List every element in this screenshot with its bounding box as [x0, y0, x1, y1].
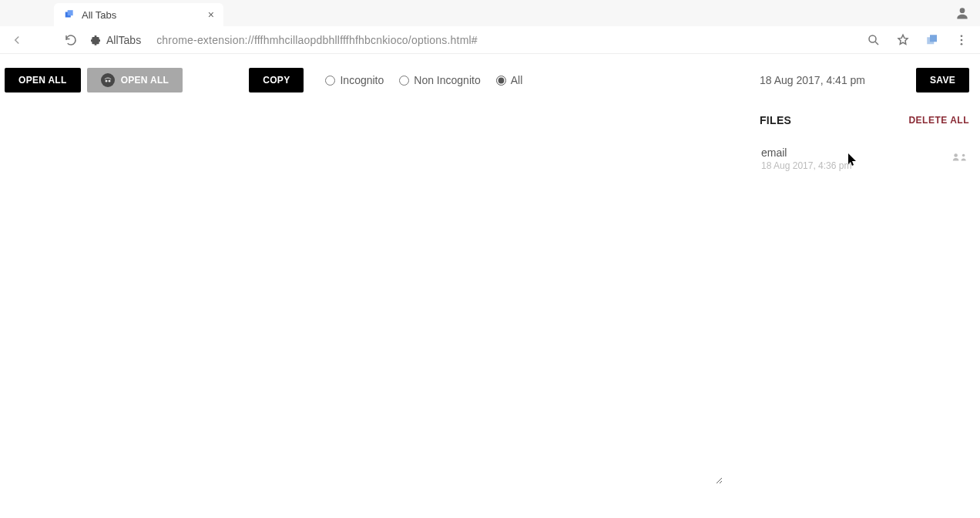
browser-toolbar: AllTabs chrome-extension://fffhmhcillaop…: [0, 26, 980, 54]
radio-non-incognito[interactable]: Non Incognito: [399, 74, 480, 86]
zoom-icon[interactable]: [866, 32, 881, 48]
address-bar-url[interactable]: chrome-extension://fffhmhcillaopdbhllfff…: [156, 34, 478, 46]
svg-point-12: [962, 154, 965, 157]
svg-rect-5: [930, 35, 937, 42]
star-icon[interactable]: [895, 32, 911, 48]
svg-point-7: [961, 39, 963, 41]
file-timestamp: 18 Aug 2017, 4:36 pm: [761, 160, 851, 171]
tab-favicon-icon: [63, 8, 76, 21]
svg-point-2: [960, 8, 965, 13]
svg-point-10: [108, 80, 110, 82]
open-all-incognito-label: OPEN ALL: [121, 75, 169, 86]
incognito-icon: [101, 73, 115, 87]
app-content: OPEN ALL OPEN ALL COPY Incognito Non: [0, 54, 980, 518]
profile-icon[interactable]: [954, 5, 971, 22]
open-all-button[interactable]: OPEN ALL: [5, 68, 81, 92]
menu-dots-icon[interactable]: [954, 32, 969, 48]
action-row: OPEN ALL OPEN ALL COPY Incognito Non: [5, 68, 737, 92]
save-row: 18 Aug 2017, 4:41 pm SAVE: [760, 68, 969, 92]
tabs-icon[interactable]: [925, 32, 940, 48]
extension-name: AllTabs: [106, 34, 141, 46]
extension-chip: AllTabs: [89, 34, 141, 46]
svg-point-9: [105, 80, 107, 82]
radio-non-incognito-label: Non Incognito: [414, 74, 480, 86]
files-header-row: FILES DELETE ALL: [760, 114, 969, 126]
svg-point-11: [954, 153, 958, 157]
close-tab-icon[interactable]: ×: [208, 8, 214, 21]
svg-point-6: [961, 35, 963, 37]
radio-all[interactable]: All: [496, 74, 523, 86]
delete-all-button[interactable]: DELETE ALL: [908, 115, 969, 126]
svg-point-3: [869, 35, 876, 42]
file-name: email: [761, 146, 851, 159]
file-item[interactable]: email 18 Aug 2017, 4:36 pm: [760, 143, 969, 174]
tab-title: All Tabs: [82, 9, 116, 21]
copy-button[interactable]: COPY: [249, 68, 304, 92]
save-label: SAVE: [930, 75, 955, 86]
reload-icon[interactable]: [63, 32, 79, 48]
file-type-icon: [952, 151, 968, 162]
sidebar: 18 Aug 2017, 4:41 pm SAVE FILES DELETE A…: [749, 54, 980, 518]
radio-all-label: All: [511, 74, 523, 86]
urls-textarea[interactable]: [5, 99, 723, 484]
copy-label: COPY: [263, 75, 290, 86]
current-timestamp: 18 Aug 2017, 4:41 pm: [760, 74, 865, 86]
back-icon[interactable]: [9, 32, 25, 48]
tab-strip: All Tabs ×: [0, 0, 980, 26]
svg-point-8: [961, 42, 963, 45]
filter-radios: Incognito Non Incognito All: [325, 74, 522, 86]
save-button[interactable]: SAVE: [916, 68, 969, 92]
files-header: FILES: [760, 114, 791, 126]
open-all-incognito-button[interactable]: OPEN ALL: [87, 68, 183, 92]
main-panel: OPEN ALL OPEN ALL COPY Incognito Non: [0, 54, 749, 518]
svg-rect-1: [68, 10, 73, 15]
radio-incognito-label: Incognito: [340, 74, 384, 86]
browser-tab[interactable]: All Tabs ×: [54, 3, 223, 26]
extension-icon: [89, 34, 102, 46]
radio-incognito[interactable]: Incognito: [325, 74, 384, 86]
open-all-label: OPEN ALL: [18, 75, 67, 86]
